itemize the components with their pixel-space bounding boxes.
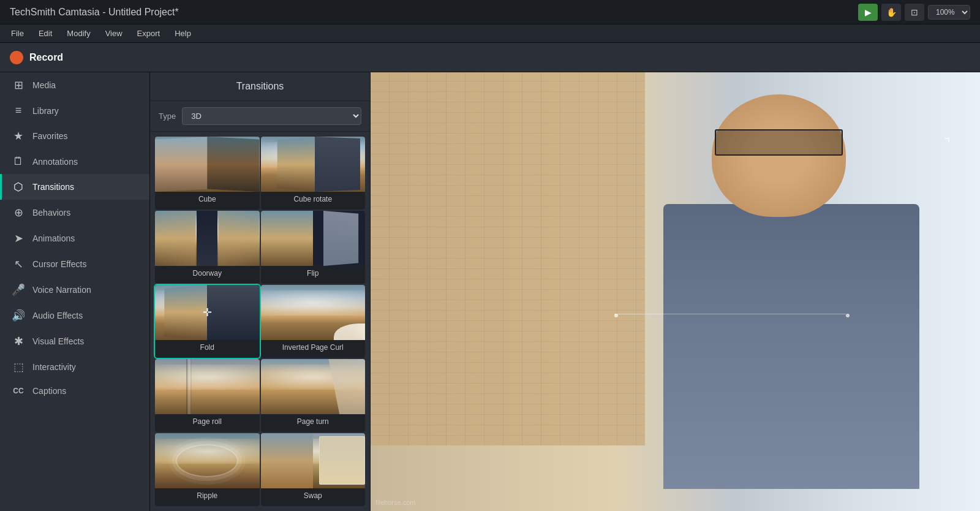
transition-cube-label: Cube <box>155 192 260 206</box>
transition-page-roll[interactable]: Page roll <box>155 359 260 432</box>
transition-page-roll-label: Page roll <box>155 414 260 429</box>
record-label: Record <box>29 52 63 63</box>
menu-modify[interactable]: Modify <box>61 27 96 40</box>
transition-doorway[interactable]: Doorway <box>155 211 260 284</box>
sidebar-item-library[interactable]: ≡ Library <box>0 98 149 123</box>
transition-page-turn[interactable]: Page turn <box>261 359 366 432</box>
menu-view[interactable]: View <box>99 27 129 40</box>
menu-edit[interactable]: Edit <box>32 27 58 40</box>
sidebar-label-transitions: Transitions <box>32 182 74 192</box>
preview-video: filehorse.com <box>371 72 980 511</box>
transitions-icon: ⬡ <box>12 180 25 194</box>
sidebar-item-annotations[interactable]: 🗒 Annotations <box>0 149 149 174</box>
behaviors-icon: ⊕ <box>12 206 25 219</box>
sidebar-item-audio-effects[interactable]: 🔊 Audio Effects <box>0 303 149 328</box>
transitions-panel: Transitions Type 3D All 2D Cube <box>150 72 371 511</box>
sidebar-label-voice-narration: Voice Narration <box>32 285 91 295</box>
pan-tool-button[interactable]: ✋ <box>881 4 901 21</box>
transition-fold-label: Fold <box>155 340 260 355</box>
sidebar-label-captions: Captions <box>32 386 66 396</box>
transition-inverted-page-curl-label: Inverted Page Curl <box>261 340 366 355</box>
connect-line <box>614 314 846 314</box>
sidebar-label-favorites: Favorites <box>32 131 68 141</box>
transition-page-turn-label: Page turn <box>261 414 366 429</box>
transition-flip[interactable]: Flip <box>261 211 366 284</box>
transition-swap-label: Swap <box>261 488 366 503</box>
recordbar: Record <box>0 43 980 72</box>
sidebar-label-library: Library <box>32 106 59 116</box>
sidebar-label-annotations: Annotations <box>32 157 78 167</box>
drag-cursor-indicator: ✛ <box>203 306 212 319</box>
sidebar-item-voice-narration[interactable]: 🎤 Voice Narration <box>0 277 149 303</box>
transition-ripple-label: Ripple <box>155 488 260 503</box>
zoom-select[interactable]: 100% 50% 75% 150% 200% <box>928 5 970 20</box>
menu-file[interactable]: File <box>5 27 30 40</box>
sidebar-label-behaviors: Behaviors <box>32 208 70 218</box>
corner-marker <box>944 138 949 143</box>
menubar: File Edit Modify View Export Help <box>0 25 980 43</box>
interactivity-icon: ⬚ <box>12 360 25 374</box>
transition-inverted-page-curl[interactable]: Inverted Page Curl <box>261 285 366 358</box>
cursor-effects-icon: ↖ <box>12 257 25 271</box>
sidebar-item-behaviors[interactable]: ⊕ Behaviors <box>0 200 149 225</box>
visual-effects-icon: ✱ <box>12 335 25 348</box>
person-body <box>663 204 919 489</box>
sidebar-item-favorites[interactable]: ★ Favorites <box>0 123 149 149</box>
sidebar-label-cursor-effects: Cursor Effects <box>32 259 86 269</box>
sidebar-item-transitions[interactable]: ⬡ Transitions <box>0 174 149 200</box>
favorites-icon: ★ <box>12 129 25 143</box>
library-icon: ≡ <box>12 104 25 117</box>
brick-wall <box>371 72 645 445</box>
sidebar-item-captions[interactable]: CC Captions <box>0 380 149 402</box>
animations-icon: ➤ <box>12 232 25 245</box>
person-head <box>712 94 846 217</box>
annotations-icon: 🗒 <box>12 155 25 168</box>
filter-row: Type 3D All 2D <box>150 101 370 132</box>
audio-effects-icon: 🔊 <box>12 309 25 322</box>
titlebar-controls: ▶ ✋ ⊡ 100% 50% 75% 150% 200% <box>858 4 970 21</box>
titlebar: TechSmith Camtasia - Untitled Project* ▶… <box>0 0 980 25</box>
voice-narration-icon: 🎤 <box>12 283 25 297</box>
sidebar-label-media: Media <box>32 80 56 90</box>
sidebar-item-media[interactable]: ⊞ Media <box>0 72 149 98</box>
main-content: ⊞ Media ≡ Library ★ Favorites 🗒 Annotati… <box>0 72 980 511</box>
type-filter-select[interactable]: 3D All 2D <box>182 107 361 125</box>
panel-title: Transitions <box>150 72 370 101</box>
media-icon: ⊞ <box>12 78 25 92</box>
sidebar-label-visual-effects: Visual Effects <box>32 336 84 346</box>
transition-doorway-label: Doorway <box>155 266 260 281</box>
select-tool-button[interactable]: ▶ <box>858 4 878 21</box>
sidebar: ⊞ Media ≡ Library ★ Favorites 🗒 Annotati… <box>0 72 150 511</box>
record-button[interactable] <box>10 51 23 64</box>
transition-fold[interactable]: ✛ Fold <box>155 285 260 358</box>
filter-label: Type <box>159 112 176 121</box>
crop-tool-button[interactable]: ⊡ <box>905 4 924 21</box>
transition-cube-rotate-label: Cube rotate <box>261 192 366 206</box>
watermark: filehorse.com <box>375 499 415 506</box>
transition-flip-label: Flip <box>261 266 366 281</box>
transition-ripple[interactable]: Ripple <box>155 433 260 506</box>
transitions-grid: Cube Cube rotate <box>150 132 370 511</box>
transition-cube-rotate[interactable]: Cube rotate <box>261 137 366 210</box>
sidebar-item-cursor-effects[interactable]: ↖ Cursor Effects <box>0 251 149 277</box>
app-title: TechSmith Camtasia - Untitled Project* <box>10 7 179 18</box>
captions-icon: CC <box>12 387 25 395</box>
preview-area: filehorse.com <box>371 72 980 511</box>
sidebar-label-animations: Animations <box>32 233 75 243</box>
sidebar-label-interactivity: Interactivity <box>32 362 76 372</box>
dot-marker-right <box>846 314 850 317</box>
sidebar-item-visual-effects[interactable]: ✱ Visual Effects <box>0 328 149 354</box>
glasses <box>715 129 843 156</box>
transition-cube[interactable]: Cube <box>155 137 260 210</box>
menu-help[interactable]: Help <box>168 27 197 40</box>
transition-swap[interactable]: Swap <box>261 433 366 506</box>
menu-export[interactable]: Export <box>131 27 167 40</box>
sidebar-label-audio-effects: Audio Effects <box>32 311 83 320</box>
sidebar-item-interactivity[interactable]: ⬚ Interactivity <box>0 354 149 380</box>
sidebar-item-animations[interactable]: ➤ Animations <box>0 225 149 251</box>
